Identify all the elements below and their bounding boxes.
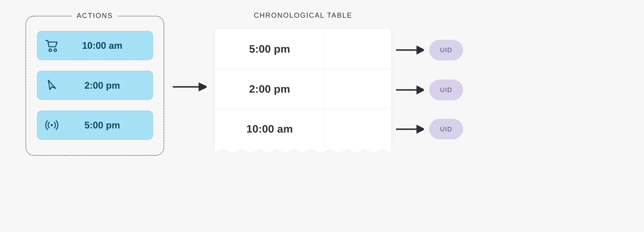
action-time: 2:00 pm: [66, 80, 153, 91]
action-time: 10:00 am: [66, 40, 153, 51]
svg-point-0: [49, 49, 52, 51]
action-time: 5:00 pm: [66, 120, 153, 130]
uid-label: UID: [440, 46, 452, 54]
diagram-stage: ACTIONS 10:00 am 2:00 pm: [0, 0, 483, 174]
actions-group: ACTIONS 10:00 am 2:00 pm: [26, 16, 164, 156]
chrono-time-cell: 10:00 am: [215, 109, 324, 149]
torn-edge-icon: [215, 148, 391, 158]
chrono-empty-cell: [324, 29, 391, 69]
svg-marker-6: [417, 47, 424, 53]
cart-icon: [37, 38, 66, 53]
cursor-icon: [37, 77, 66, 93]
uid-pill: UID: [429, 119, 463, 140]
actions-heading: ACTIONS: [72, 12, 118, 20]
arrow-right-icon: [396, 85, 424, 95]
chrono-empty-cell: [324, 109, 391, 149]
svg-point-1: [54, 49, 57, 51]
chrono-empty-cell: [324, 69, 391, 109]
action-card: 5:00 pm: [37, 111, 153, 140]
svg-marker-10: [417, 126, 424, 133]
arrow-right-icon: [396, 45, 424, 55]
action-card: 10:00 am: [37, 31, 153, 60]
uid-pill: UID: [429, 80, 463, 100]
chrono-time-cell: 5:00 pm: [215, 29, 324, 69]
chrono-table: 5:00 pm 2:00 pm 10:00 am: [215, 29, 391, 149]
uid-label: UID: [440, 126, 452, 133]
uid-label: UID: [440, 86, 452, 93]
action-card: 2:00 pm: [37, 71, 153, 100]
table-row: 5:00 pm: [215, 29, 391, 69]
svg-marker-4: [199, 83, 206, 90]
signal-icon: [37, 117, 66, 133]
svg-marker-8: [417, 87, 424, 93]
table-row: 10:00 am: [215, 109, 391, 149]
svg-point-2: [51, 124, 53, 126]
chrono-time-cell: 2:00 pm: [215, 69, 324, 109]
arrow-right-icon: [173, 82, 206, 92]
table-row: 2:00 pm: [215, 69, 391, 109]
arrow-right-icon: [396, 124, 424, 134]
chrono-heading: CHRONOLOGICAL TABLE: [215, 11, 391, 19]
uid-pill: UID: [429, 40, 463, 60]
actions-heading-wrap: ACTIONS: [26, 12, 164, 20]
